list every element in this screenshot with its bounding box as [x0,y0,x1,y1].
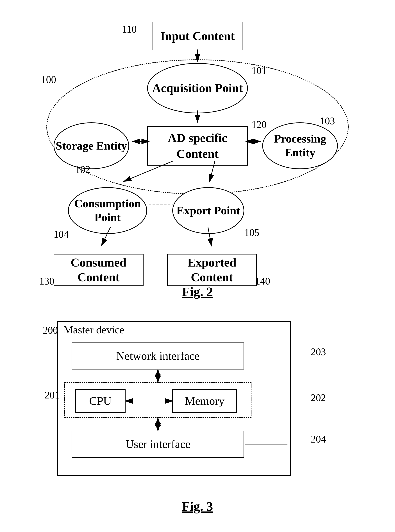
ref-204: 204 [311,433,326,445]
exported-content-box: Exported Content [167,254,257,286]
master-device-text: Master device [64,324,124,336]
ref-102: 102 [75,164,90,175]
ref-101: 101 [252,65,267,76]
fig2-diagram: Input Content Acquisition Point AD speci… [36,11,359,281]
consumed-content-label: Consumed Content [54,255,143,284]
ref-110: 110 [122,23,137,35]
acquisition-point-ellipse: Acquisition Point [147,63,248,113]
processing-entity-ellipse: Processing Entity [262,122,338,169]
fig2-title-text: Fig. 2 [182,284,213,299]
storage-entity-label: Storage Entity [56,139,127,153]
ref-103: 103 [320,115,335,127]
cpu-label: CPU [89,394,112,408]
fig2-caption: Fig. 2 [14,284,381,299]
input-content-box: Input Content [153,22,242,50]
fig3-title-text: Fig. 3 [182,499,213,514]
ref-105: 105 [244,227,259,238]
ref-201: 201 [45,389,60,401]
master-device-label: Master device [64,324,124,336]
input-content-label: Input Content [160,29,235,43]
fig3-diagram: Master device Network interface CPU Memo… [36,314,359,494]
acquisition-point-label: Acquisition Point [152,81,243,96]
ref-203: 203 [311,346,326,358]
ref-202: 202 [311,392,326,404]
ad-specific-label: AD specific Content [148,130,247,162]
exported-content-label: Exported Content [168,255,256,284]
processing-entity-label: Processing Entity [263,132,337,160]
fig3-caption: Fig. 3 [14,499,381,514]
ref-200: 200 [43,325,58,336]
ad-specific-box: AD specific Content [147,126,248,166]
ref-100: 100 [41,74,56,85]
ref-104: 104 [54,229,69,240]
ref-130: 130 [39,275,54,287]
network-interface-box: Network interface [71,343,244,370]
consumption-point-label: Consumption Point [69,197,146,224]
consumed-content-box: Consumed Content [54,254,143,286]
ref-140: 140 [255,275,270,287]
memory-label: Memory [185,394,225,408]
user-interface-label: User interface [126,438,191,451]
consumption-point-ellipse: Consumption Point [68,187,147,234]
cpu-box: CPU [75,389,126,413]
memory-box: Memory [172,389,237,413]
ref-120: 120 [252,119,267,130]
export-point-label: Export Point [176,204,240,218]
network-interface-label: Network interface [116,349,200,363]
storage-entity-ellipse: Storage Entity [54,122,129,169]
user-interface-box: User interface [71,431,244,458]
export-point-ellipse: Export Point [172,187,244,234]
